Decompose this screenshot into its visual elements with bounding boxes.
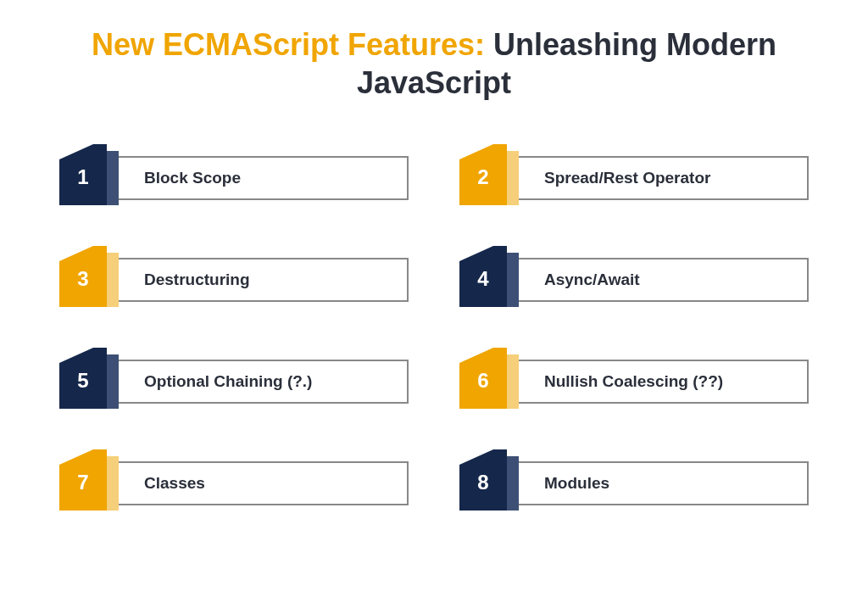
feature-label: Nullish Coalescing (??) bbox=[544, 372, 723, 391]
feature-number: 2 bbox=[459, 144, 507, 205]
feature-item: Block Scope 1 bbox=[59, 144, 409, 212]
feature-number: 5 bbox=[59, 348, 107, 409]
feature-item: Spread/Rest Operator 2 bbox=[459, 144, 809, 212]
feature-badge: 8 bbox=[459, 449, 536, 517]
feature-number: 3 bbox=[59, 246, 107, 307]
title-accent: New ECMAScript Features: bbox=[92, 27, 485, 62]
feature-number: 7 bbox=[59, 449, 107, 511]
feature-item: Classes 7 bbox=[59, 449, 409, 517]
feature-badge: 2 bbox=[459, 144, 536, 212]
feature-item: Destructuring 3 bbox=[59, 246, 409, 314]
feature-badge: 5 bbox=[59, 348, 136, 416]
feature-badge: 4 bbox=[459, 246, 536, 314]
feature-item: Optional Chaining (?.) 5 bbox=[59, 348, 409, 416]
feature-grid: Block Scope 1 Spread/Rest Operator 2 D bbox=[42, 144, 826, 517]
feature-item: Nullish Coalescing (??) 6 bbox=[459, 348, 809, 416]
feature-number: 1 bbox=[59, 144, 107, 205]
feature-badge: 3 bbox=[59, 246, 136, 314]
feature-label: Async/Await bbox=[544, 271, 640, 289]
feature-label: Destructuring bbox=[144, 271, 250, 289]
feature-number: 8 bbox=[459, 449, 507, 511]
feature-number: 6 bbox=[459, 348, 507, 409]
feature-label: Classes bbox=[144, 474, 205, 493]
feature-label: Block Scope bbox=[144, 169, 241, 187]
page-title: New ECMAScript Features: Unleashing Mode… bbox=[42, 25, 826, 102]
feature-item: Modules 8 bbox=[459, 449, 809, 517]
feature-badge: 7 bbox=[59, 449, 136, 517]
feature-label: Optional Chaining (?.) bbox=[144, 372, 312, 391]
feature-label: Spread/Rest Operator bbox=[544, 169, 710, 187]
feature-badge: 6 bbox=[459, 348, 536, 416]
feature-label: Modules bbox=[544, 474, 609, 493]
feature-badge: 1 bbox=[59, 144, 136, 212]
feature-number: 4 bbox=[459, 246, 507, 307]
feature-item: Async/Await 4 bbox=[459, 246, 809, 314]
